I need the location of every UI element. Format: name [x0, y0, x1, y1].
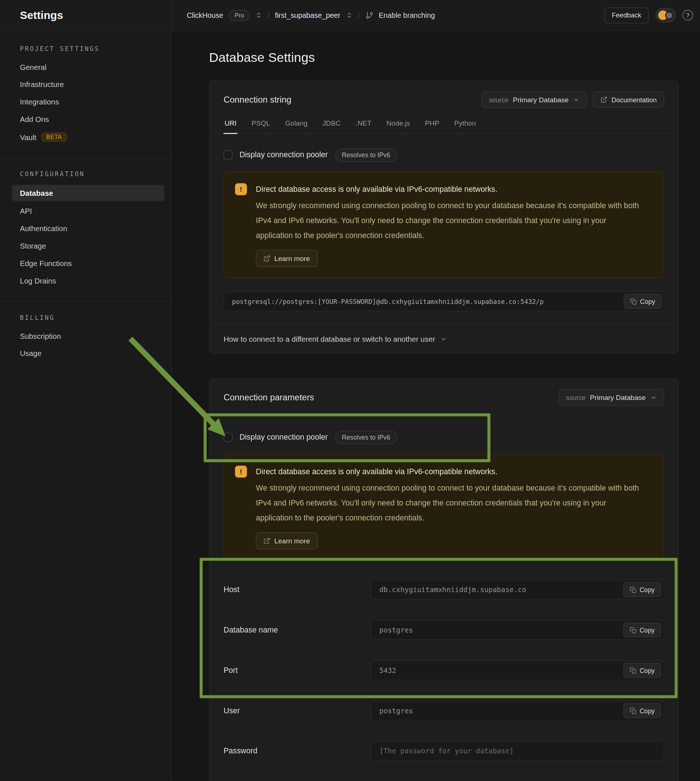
pooler-toggle-row: Display connection pooler Resolves to IP…	[223, 148, 664, 162]
learn-more-label: Learn more	[274, 537, 310, 545]
copy-host-button[interactable]: Copy	[623, 582, 661, 597]
feedback-button[interactable]: Feedback	[604, 7, 649, 23]
database-name-value: postgres	[380, 626, 413, 634]
tab-php[interactable]: PHP	[424, 115, 440, 134]
connection-parameters-body: Display connection pooler Resolves to IP…	[210, 416, 678, 781]
copy-icon	[630, 667, 636, 674]
field-row-database-name: Database name postgres Copy	[223, 609, 664, 650]
tab-psql[interactable]: PSQL	[250, 115, 271, 134]
tab-python[interactable]: Python	[453, 115, 477, 134]
settings-sidebar: PROJECT SETTINGS General Infrastructure …	[0, 31, 172, 781]
source-value: Primary Database	[590, 394, 646, 401]
enable-branching-button[interactable]: Enable branching	[379, 11, 435, 19]
sidebar-item-api[interactable]: API	[0, 202, 172, 220]
connection-parameters-title: Connection parameters	[223, 392, 552, 403]
display-connection-pooler-checkbox[interactable]	[223, 433, 232, 442]
main-layout: PROJECT SETTINGS General Infrastructure …	[0, 31, 700, 781]
sidebar-item-label: Edge Functions	[20, 259, 72, 267]
top-bar-main: ClickHouse Pro / first_supabase_peer / E…	[172, 0, 700, 30]
tab-uri[interactable]: URI	[223, 115, 237, 134]
sidebar-item-label: API	[20, 207, 32, 215]
sidebar-item-storage[interactable]: Storage	[0, 237, 172, 254]
user-value: postgres	[380, 707, 413, 715]
pooler-toggle-row: Display connection pooler Resolves to IP…	[223, 430, 664, 444]
sidebar-item-label: Log Drains	[20, 276, 56, 285]
source-select[interactable]: source Primary Database	[558, 389, 664, 406]
sidebar-item-usage[interactable]: Usage	[0, 345, 172, 362]
help-icon[interactable]: ?	[683, 10, 693, 20]
sidebar-item-subscription[interactable]: Subscription	[0, 327, 172, 345]
port-input[interactable]: 5432 Copy	[371, 661, 664, 681]
page-title: Database Settings	[209, 49, 678, 66]
field-row-host: Host db.cxhygiuitamxhniiddjm.supabase.co…	[223, 569, 664, 609]
tab-nodejs[interactable]: Node.js	[385, 115, 411, 134]
app-root: Settings ClickHouse Pro / first_supabase…	[0, 0, 700, 781]
copy-database-name-button[interactable]: Copy	[623, 623, 661, 637]
learn-more-button[interactable]: Learn more	[256, 532, 317, 549]
sidebar-item-label: Subscription	[20, 332, 61, 340]
host-input[interactable]: db.cxhygiuitamxhniiddjm.supabase.co Copy	[371, 580, 664, 600]
sidebar-item-label: General	[20, 63, 47, 71]
external-link-icon	[601, 96, 608, 103]
copy-user-button[interactable]: Copy	[623, 703, 661, 718]
ipv6-warning-box: ! Direct database access is only availab…	[223, 172, 664, 279]
sidebar-item-integrations[interactable]: Integrations	[0, 93, 172, 111]
host-label: Host	[223, 585, 371, 594]
chevron-updown-icon[interactable]	[346, 11, 353, 19]
main-content: Database Settings Connection string sour…	[172, 31, 700, 781]
top-bar: Settings ClickHouse Pro / first_supabase…	[0, 0, 700, 31]
field-row-password: Password [The password for your database…	[223, 731, 664, 771]
chevron-updown-icon[interactable]	[255, 11, 262, 19]
documentation-button[interactable]: Documentation	[593, 92, 664, 108]
tab-golang[interactable]: Golang	[284, 115, 308, 134]
sidebar-item-add-ons[interactable]: Add Ons	[0, 111, 172, 128]
screenshot-viewport: Settings ClickHouse Pro / first_supabase…	[0, 0, 700, 781]
sidebar-item-log-drains[interactable]: Log Drains	[0, 272, 172, 289]
breadcrumb-separator: /	[358, 11, 360, 19]
sidebar-item-edge-functions[interactable]: Edge Functions	[0, 254, 172, 272]
sidebar-item-authentication[interactable]: Authentication	[0, 219, 172, 237]
port-label: Port	[223, 666, 371, 675]
highlighted-fields-group: Host db.cxhygiuitamxhniiddjm.supabase.co…	[223, 569, 664, 690]
copy-icon	[630, 586, 636, 593]
project-name[interactable]: first_supabase_peer	[275, 11, 340, 19]
org-name[interactable]: ClickHouse	[187, 11, 223, 19]
sidebar-item-database[interactable]: Database	[12, 185, 165, 201]
learn-more-label: Learn more	[274, 254, 310, 262]
beta-badge: BETA	[42, 132, 67, 142]
sidebar-item-general[interactable]: General	[0, 58, 172, 76]
password-input[interactable]: [The password for your database]	[371, 741, 664, 761]
chevron-down-icon	[440, 335, 447, 342]
user-label: User	[223, 706, 371, 715]
top-bar-actions: Feedback ?	[604, 7, 693, 23]
sidebar-item-vault[interactable]: Vault BETA	[0, 128, 172, 146]
user-input[interactable]: postgres Copy	[371, 701, 664, 721]
source-select[interactable]: source Primary Database	[481, 91, 587, 108]
copy-label: Copy	[640, 586, 655, 594]
tab-jdbc[interactable]: JDBC	[322, 115, 342, 134]
sidebar-item-infrastructure[interactable]: Infrastructure	[0, 76, 172, 93]
source-label: source	[489, 96, 508, 103]
copy-uri-button[interactable]: Copy	[623, 294, 662, 309]
sidebar-item-label: Infrastructure	[20, 80, 64, 88]
warning-body: We strongly recommend using connection p…	[256, 199, 639, 243]
copy-label: Copy	[640, 626, 655, 634]
connection-uri-value[interactable]: postgresql://postgres:[YOUR-PASSWORD]@db…	[223, 292, 664, 312]
connection-string-title: Connection string	[223, 94, 475, 105]
copy-label: Copy	[640, 707, 655, 714]
tab-dotnet[interactable]: .NET	[355, 115, 373, 134]
connection-parameters-header: Connection parameters source Primary Dat…	[210, 379, 678, 416]
external-link-icon	[263, 255, 270, 262]
connect-help-toggle[interactable]: How to connect to a different database o…	[210, 324, 678, 353]
learn-more-button[interactable]: Learn more	[256, 250, 317, 267]
account-avatar[interactable]	[656, 8, 676, 23]
display-connection-pooler-checkbox[interactable]	[223, 150, 232, 159]
ipv6-warning-box: ! Direct database access is only availab…	[223, 454, 664, 561]
copy-icon	[630, 627, 636, 633]
source-label: source	[566, 394, 585, 401]
documentation-label: Documentation	[612, 96, 657, 103]
database-name-input[interactable]: postgres Copy	[371, 620, 664, 640]
sidebar-item-label: Storage	[20, 242, 46, 250]
copy-port-button[interactable]: Copy	[623, 663, 661, 678]
uri-row: postgresql://postgres:[YOUR-PASSWORD]@db…	[223, 292, 664, 312]
